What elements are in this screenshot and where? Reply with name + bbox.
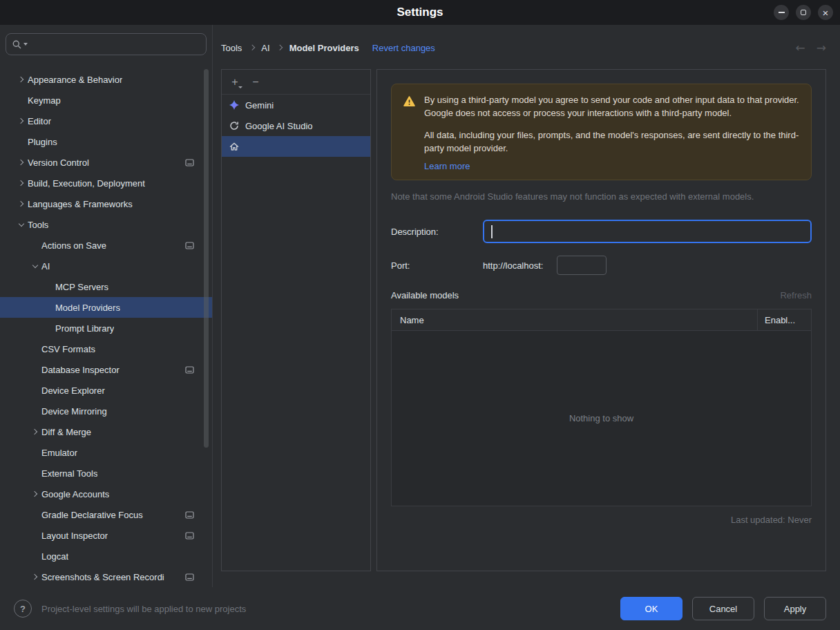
settings-sidebar: Appearance & Behavior Keymap Editor Plug…	[0, 25, 213, 587]
back-button[interactable]: ←	[796, 41, 805, 55]
remove-provider-button[interactable]: −	[247, 74, 265, 90]
gemini-icon	[229, 99, 240, 111]
chevron-right-icon	[29, 430, 41, 434]
search-input[interactable]	[29, 39, 200, 50]
port-row: Port: http://localhost:	[391, 256, 812, 275]
provider-item-new[interactable]	[222, 136, 370, 157]
provider-item-gemini[interactable]: Gemini	[222, 95, 370, 115]
sidebar-item-model-providers[interactable]: Model Providers	[0, 297, 212, 318]
window-title: Settings	[397, 6, 443, 19]
sidebar-item-external-tools[interactable]: External Tools	[0, 463, 212, 484]
models-table-header: Name Enabl...	[392, 309, 811, 331]
sidebar-item-version-control[interactable]: Version Control	[0, 152, 212, 173]
sidebar-item-tools[interactable]: Tools	[0, 214, 212, 235]
ok-button[interactable]: OK	[620, 597, 682, 620]
port-label: Port:	[391, 260, 483, 271]
sidebar-item-gradle-declarative-focus[interactable]: Gradle Declarative Focus	[0, 504, 212, 525]
history-nav: ← →	[796, 41, 827, 55]
sidebar-item-plugins[interactable]: Plugins	[0, 131, 212, 152]
sidebar-item-device-mirroring[interactable]: Device Mirroring	[0, 401, 212, 421]
chevron-right-icon	[29, 492, 41, 496]
add-dropdown-caret-icon	[238, 86, 242, 88]
text-caret	[491, 225, 493, 238]
description-row: Description:	[391, 220, 812, 243]
sidebar-item-build-execution-deployment[interactable]: Build, Execution, Deployment	[0, 173, 212, 193]
column-header-enabled[interactable]: Enabl...	[757, 309, 811, 330]
window-controls: ×	[774, 5, 833, 20]
port-prefix: http://localhost:	[483, 260, 543, 271]
breadcrumb-tools[interactable]: Tools	[221, 43, 242, 53]
available-models-label: Available models	[391, 290, 459, 300]
warning-paragraph-1: By using a third-party model you agree t…	[424, 94, 800, 120]
maximize-button[interactable]	[796, 5, 811, 20]
sidebar-item-actions-on-save[interactable]: Actions on Save	[0, 235, 212, 256]
sidebar-item-appearance-behavior[interactable]: Appearance & Behavior	[0, 69, 212, 90]
sidebar-item-screenshots-screen-recording[interactable]: Screenshots & Screen Recordi	[0, 566, 212, 587]
port-input[interactable]	[557, 256, 607, 275]
breadcrumb-ai[interactable]: AI	[261, 43, 269, 53]
sidebar-item-diff-merge[interactable]: Diff & Merge	[0, 421, 212, 442]
sidebar-item-layout-inspector[interactable]: Layout Inspector	[0, 525, 212, 546]
revert-changes-link[interactable]: Revert changes	[372, 43, 435, 53]
breadcrumb-separator-icon	[248, 46, 255, 50]
titlebar: Settings ×	[0, 0, 840, 25]
search-icon	[12, 39, 22, 50]
settings-tree: Appearance & Behavior Keymap Editor Plug…	[0, 69, 212, 587]
last-updated-text: Last updated: Never	[391, 515, 812, 525]
remove-icon: −	[252, 76, 258, 88]
apply-button[interactable]: Apply	[764, 597, 826, 620]
chevron-right-icon	[15, 160, 28, 164]
sidebar-item-emulator[interactable]: Emulator	[0, 442, 212, 463]
maximize-icon	[801, 10, 806, 15]
ide-settings-icon	[180, 365, 194, 374]
cancel-button[interactable]: Cancel	[692, 597, 754, 620]
learn-more-link[interactable]: Learn more	[424, 161, 470, 171]
refresh-button[interactable]: Refresh	[780, 290, 812, 300]
warning-icon	[403, 94, 416, 171]
sidebar-item-csv-formats[interactable]: CSV Formats	[0, 338, 212, 359]
sidebar-item-google-accounts[interactable]: Google Accounts	[0, 484, 212, 504]
external-models-note: Note that some Android Studio features m…	[391, 191, 812, 202]
settings-search-box[interactable]	[6, 33, 207, 55]
provider-label: Google AI Studio	[245, 121, 313, 131]
ide-settings-icon	[180, 510, 194, 519]
provider-label: Gemini	[245, 100, 274, 111]
help-button[interactable]: ?	[14, 600, 32, 618]
sidebar-item-database-inspector[interactable]: Database Inspector	[0, 359, 212, 380]
available-models-row: Available models Refresh	[391, 290, 812, 300]
footer-message: Project-level settings will be applied t…	[41, 604, 246, 614]
sidebar-item-device-explorer[interactable]: Device Explorer	[0, 380, 212, 401]
chevron-right-icon	[15, 77, 28, 82]
provider-detail-panel: By using a third-party model you agree t…	[376, 69, 826, 571]
provider-item-google-ai-studio[interactable]: Google AI Studio	[222, 115, 370, 136]
chevron-right-icon	[15, 181, 28, 185]
description-input-wrap	[483, 220, 812, 243]
settings-content: Tools AI Model Providers Revert changes …	[213, 25, 840, 587]
sidebar-scrollbar[interactable]	[204, 69, 209, 448]
empty-table-text: Nothing to show	[569, 413, 633, 423]
minimize-button[interactable]	[774, 5, 789, 20]
sidebar-item-languages-frameworks[interactable]: Languages & Frameworks	[0, 193, 212, 214]
warning-paragraph-2: All data, including your files, prompts,…	[424, 129, 800, 155]
third-party-warning-banner: By using a third-party model you agree t…	[391, 84, 812, 180]
sidebar-item-logcat[interactable]: Logcat	[0, 546, 212, 566]
providers-list-panel: + − Gemini Google AI Studio	[221, 69, 371, 571]
column-header-name[interactable]: Name	[392, 309, 757, 330]
add-provider-button[interactable]: +	[226, 74, 244, 90]
forward-button[interactable]: →	[817, 41, 826, 55]
description-input[interactable]	[484, 227, 810, 237]
description-label: Description:	[391, 227, 483, 237]
sidebar-item-ai[interactable]: AI	[0, 256, 212, 276]
sidebar-item-prompt-library[interactable]: Prompt Library	[0, 318, 212, 338]
sidebar-item-editor[interactable]: Editor	[0, 111, 212, 131]
sidebar-item-keymap[interactable]: Keymap	[0, 90, 212, 111]
breadcrumb-model-providers: Model Providers	[289, 43, 359, 53]
chevron-right-icon	[15, 202, 28, 206]
search-options-caret-icon	[23, 43, 28, 46]
sidebar-item-mcp-servers[interactable]: MCP Servers	[0, 276, 212, 297]
breadcrumb: Tools AI Model Providers Revert changes …	[221, 37, 826, 58]
models-table-body: Nothing to show	[392, 331, 811, 506]
close-button[interactable]: ×	[818, 5, 833, 20]
chevron-down-icon	[15, 224, 28, 226]
settings-window: Settings × Appearance & Behavior Keymap …	[0, 0, 840, 630]
